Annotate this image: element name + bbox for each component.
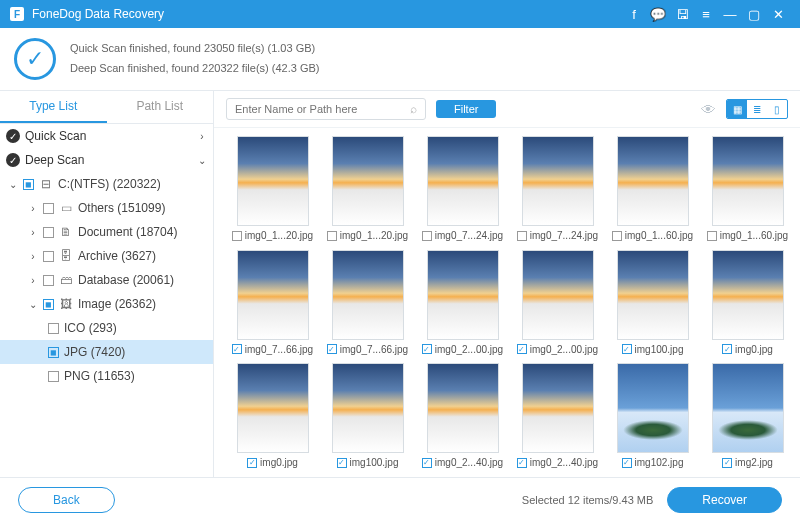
item-filename: img0_7...24.jpg: [435, 230, 503, 241]
checkbox[interactable]: ◼: [43, 299, 54, 310]
item-checkbox[interactable]: ✓: [517, 458, 527, 468]
item-checkbox[interactable]: ✓: [422, 344, 432, 354]
item-checkbox[interactable]: ✓: [232, 344, 242, 354]
thumbnail-item[interactable]: img0_1...60.jpg: [608, 136, 697, 242]
checkbox[interactable]: [43, 251, 54, 262]
thumbnail-image[interactable]: [237, 136, 309, 226]
item-filename: img0_1...20.jpg: [245, 230, 313, 241]
item-filename: img0_2...40.jpg: [530, 457, 598, 468]
thumbnail-item[interactable]: ✓img0_2...40.jpg: [513, 363, 602, 469]
thumbnail-image[interactable]: [427, 363, 499, 453]
checkbox[interactable]: [48, 323, 59, 334]
item-checkbox[interactable]: ✓: [622, 458, 632, 468]
thumbnail-item[interactable]: ✓img100.jpg: [608, 250, 697, 356]
thumbnail-image[interactable]: [617, 250, 689, 340]
tree-png[interactable]: PNG (11653): [0, 364, 213, 388]
thumbnail-image[interactable]: [617, 363, 689, 453]
thumbnail-image[interactable]: [237, 250, 309, 340]
thumbnail-item[interactable]: img0_1...60.jpg: [703, 136, 792, 242]
item-checkbox[interactable]: [517, 231, 527, 241]
tree-jpg[interactable]: ◼ JPG (7420): [0, 340, 213, 364]
thumbnail-image[interactable]: [332, 363, 404, 453]
recover-button[interactable]: Recover: [667, 487, 782, 513]
item-checkbox[interactable]: [612, 231, 622, 241]
thumbnail-item[interactable]: ✓img0_2...00.jpg: [513, 250, 602, 356]
item-filename: img0_7...24.jpg: [530, 230, 598, 241]
thumbnail-item[interactable]: ✓img102.jpg: [608, 363, 697, 469]
thumbnail-image[interactable]: [617, 136, 689, 226]
item-checkbox[interactable]: ✓: [722, 458, 732, 468]
item-checkbox[interactable]: ✓: [722, 344, 732, 354]
thumbnail-image[interactable]: [712, 363, 784, 453]
menu-icon[interactable]: ≡: [694, 7, 718, 22]
tree-document[interactable]: › 🗎 Document (18704): [0, 220, 213, 244]
thumbnail-item[interactable]: ✓img0_7...66.jpg: [323, 250, 412, 356]
item-filename: img2.jpg: [735, 457, 773, 468]
thumbnail-image[interactable]: [712, 250, 784, 340]
thumbnail-item[interactable]: ✓img2.jpg: [703, 363, 792, 469]
tree-quick-scan[interactable]: ✓ Quick Scan ›: [0, 124, 213, 148]
checkbox[interactable]: ◼: [48, 347, 59, 358]
item-checkbox[interactable]: [707, 231, 717, 241]
view-grid-icon[interactable]: ▦: [727, 100, 747, 118]
feedback-icon[interactable]: 💬: [646, 7, 670, 22]
thumbnail-image[interactable]: [712, 136, 784, 226]
tree-deep-scan[interactable]: ✓ Deep Scan ⌄: [0, 148, 213, 172]
thumbnail-image[interactable]: [427, 250, 499, 340]
view-list-icon[interactable]: ≣: [747, 100, 767, 118]
tree-database[interactable]: › 🗃 Database (20061): [0, 268, 213, 292]
thumbnail-image[interactable]: [237, 363, 309, 453]
item-checkbox[interactable]: [327, 231, 337, 241]
item-checkbox[interactable]: ✓: [337, 458, 347, 468]
preview-eye-icon[interactable]: 👁: [701, 101, 716, 118]
thumbnail-item[interactable]: ✓img0.jpg: [703, 250, 792, 356]
filter-button[interactable]: Filter: [436, 100, 496, 118]
tree-image[interactable]: ⌄ ◼ 🖼 Image (26362): [0, 292, 213, 316]
back-button[interactable]: Back: [18, 487, 115, 513]
thumbnail-item[interactable]: ✓img0_2...40.jpg: [418, 363, 507, 469]
tab-type-list[interactable]: Type List: [0, 91, 107, 123]
view-detail-icon[interactable]: ▯: [767, 100, 787, 118]
facebook-icon[interactable]: f: [622, 7, 646, 22]
tree-others[interactable]: › ▭ Others (151099): [0, 196, 213, 220]
thumbnail-item[interactable]: ✓img0.jpg: [228, 363, 317, 469]
item-checkbox[interactable]: ✓: [517, 344, 527, 354]
maximize-icon[interactable]: ▢: [742, 7, 766, 22]
thumbnail-grid: img0_1...20.jpgimg0_1...20.jpgimg0_7...2…: [214, 128, 800, 477]
tree-ico[interactable]: ICO (293): [0, 316, 213, 340]
thumbnail-item[interactable]: ✓img0_7...66.jpg: [228, 250, 317, 356]
thumbnail-item[interactable]: img0_1...20.jpg: [323, 136, 412, 242]
item-checkbox[interactable]: [232, 231, 242, 241]
search-input[interactable]: [235, 103, 410, 115]
thumbnail-image[interactable]: [522, 136, 594, 226]
thumbnail-item[interactable]: img0_1...20.jpg: [228, 136, 317, 242]
thumbnail-item[interactable]: img0_7...24.jpg: [418, 136, 507, 242]
minimize-icon[interactable]: —: [718, 7, 742, 22]
checkbox[interactable]: [43, 203, 54, 214]
checkbox[interactable]: [48, 371, 59, 382]
thumbnail-item[interactable]: img0_7...24.jpg: [513, 136, 602, 242]
thumbnail-image[interactable]: [332, 136, 404, 226]
thumbnail-item[interactable]: ✓img100.jpg: [323, 363, 412, 469]
search-box[interactable]: ⌕: [226, 98, 426, 120]
item-checkbox[interactable]: ✓: [422, 458, 432, 468]
close-icon[interactable]: ✕: [766, 7, 790, 22]
view-mode-toggle: ▦ ≣ ▯: [726, 99, 788, 119]
thumbnail-image[interactable]: [522, 363, 594, 453]
checkbox[interactable]: [43, 275, 54, 286]
checkbox[interactable]: ◼: [23, 179, 34, 190]
item-checkbox[interactable]: ✓: [327, 344, 337, 354]
thumbnail-image[interactable]: [332, 250, 404, 340]
thumbnail-item[interactable]: ✓img0_2...00.jpg: [418, 250, 507, 356]
save-icon[interactable]: 🖫: [670, 7, 694, 22]
tree-drive-c[interactable]: ⌄ ◼ ⊟ C:(NTFS) (220322): [0, 172, 213, 196]
item-checkbox[interactable]: [422, 231, 432, 241]
tree-archive[interactable]: › 🗄 Archive (3627): [0, 244, 213, 268]
chevron-right-icon: ›: [28, 203, 38, 214]
thumbnail-image[interactable]: [522, 250, 594, 340]
checkbox[interactable]: [43, 227, 54, 238]
tab-path-list[interactable]: Path List: [107, 91, 214, 123]
item-checkbox[interactable]: ✓: [622, 344, 632, 354]
thumbnail-image[interactable]: [427, 136, 499, 226]
item-checkbox[interactable]: ✓: [247, 458, 257, 468]
